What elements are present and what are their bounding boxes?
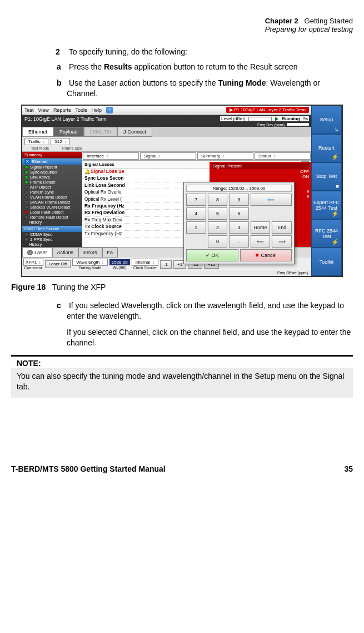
tab-payload[interactable]: Payload [53, 127, 84, 137]
play-icon [275, 117, 278, 121]
substep-b-letter: b [57, 78, 67, 88]
app-screenshot: Test View Reports Tools Help ? ▶ P1 10Gi… [21, 105, 343, 278]
warn-icon: 🔔 [84, 169, 91, 174]
tab-laser[interactable]: Laser [22, 248, 52, 258]
side-rfc[interactable]: RFC 2544 Test⚡ [311, 219, 342, 248]
menu-reports[interactable]: Reports [53, 107, 71, 113]
sel-xfp[interactable]: XFP1 [23, 259, 43, 266]
menu-test[interactable]: Test [24, 107, 34, 113]
key-left[interactable]: ⟸ [251, 235, 271, 248]
alarm-header: Signal Present [212, 163, 309, 169]
menu-tools[interactable]: Tools [75, 107, 87, 113]
key-0[interactable]: 0 [208, 235, 228, 248]
results-tree[interactable]: Summary ✕Ethernet Signal Present Sync Ac… [22, 152, 82, 247]
led-icon [24, 238, 28, 241]
tab-actions[interactable]: Actions [52, 248, 79, 258]
help-icon[interactable]: ? [106, 107, 113, 113]
key-5[interactable]: 5 [208, 207, 228, 220]
key-dot[interactable]: . [229, 235, 249, 248]
key-3[interactable]: 3 [229, 221, 249, 234]
note-box: NOTE: You can also specify the tuning mo… [11, 355, 353, 398]
key-6[interactable]: 6 [229, 207, 249, 220]
running-label: Running [282, 116, 300, 121]
side-toolkit[interactable]: Toolkit [311, 248, 342, 276]
laser-led-icon [27, 250, 33, 255]
menu-help[interactable]: Help [91, 107, 102, 113]
key-cancel[interactable]: ✖ Cancel [240, 249, 292, 261]
tree-item: Link Active [22, 175, 82, 180]
side-setup[interactable]: Setup↳ [311, 106, 342, 134]
main-area: Summary ✕Ethernet Signal Present Sync Ac… [22, 151, 311, 247]
step-number: 2 [56, 47, 67, 56]
key-right[interactable]: ⟹ [272, 235, 292, 248]
tab-fa[interactable]: Fa [102, 248, 118, 258]
tab-jconnect[interactable]: J-Connect [117, 127, 152, 137]
step-2: 2 To specify tuning, do the following: [56, 47, 353, 56]
tab-ethernet[interactable]: Ethernet [22, 127, 53, 137]
tree-item: Pattern Sync [22, 190, 82, 195]
tuning-mode-label: Tuning Mode [72, 266, 107, 270]
check-icon: ✔ [206, 253, 210, 258]
key-4[interactable]: 4 [186, 207, 206, 220]
content-selectors: Interface Signal Summary Status [82, 152, 311, 161]
tab-lbm[interactable]: LBM/LTM [84, 127, 117, 137]
figure-caption: Figure 18 Tuning the XFP [11, 283, 353, 291]
substep-b-text: Use the Laser action buttons to specify … [67, 78, 320, 98]
footer-manual: T-BERD/MTS 5800 Getting Started Manual [11, 464, 166, 473]
step-text: To specify tuning, do the following: [69, 47, 187, 56]
freq-bar [287, 123, 309, 126]
wavelength-field[interactable]: 1528.00 [109, 259, 130, 265]
key-home[interactable]: Home [251, 221, 271, 234]
sel-status[interactable]: Status [255, 152, 311, 160]
tab-errors[interactable]: Errors [78, 248, 102, 258]
substep-a-text: Press the Results application button to … [69, 62, 298, 71]
footer-page: 35 [344, 464, 353, 473]
led-icon [24, 215, 28, 219]
key-8[interactable]: 8 [208, 194, 228, 206]
key-2[interactable]: 2 [208, 221, 228, 234]
sel-interface[interactable]: Interface [83, 152, 139, 160]
close-x-icon[interactable]: ✕ [24, 159, 31, 164]
laser-off-button[interactable]: Laser Off [45, 260, 71, 268]
key-end[interactable]: End [272, 221, 292, 234]
tree-owd-hdr[interactable]: OWD Time Source [22, 226, 82, 232]
tree-item: History [22, 242, 82, 247]
led-icon [24, 205, 28, 209]
key-7[interactable]: 7 [186, 194, 206, 206]
select-testmode[interactable]: Traffic [24, 138, 48, 145]
config-captions: Test Mode Frame Size [22, 146, 311, 151]
chapter-title-text: Getting Started [305, 17, 353, 25]
menu-view[interactable]: View [38, 107, 49, 113]
substep-c-extra: If you selected Channel, click on the ch… [67, 327, 353, 348]
sel-signal[interactable]: Signal [140, 152, 196, 160]
side-expert-rfc[interactable]: Expert RFC 2544 Test⚡ [311, 191, 342, 219]
figure-text: Tuning the XFP [52, 283, 106, 291]
key-1[interactable]: 1 [186, 221, 206, 234]
select-framesize[interactable]: 512 [51, 138, 70, 145]
bolt-icon: ⚡ [331, 210, 339, 217]
led-icon [24, 190, 28, 194]
sel-summary[interactable]: Summary [197, 152, 253, 160]
sel-tuning-mode[interactable]: Wavelength [72, 259, 107, 266]
side-stop[interactable]: Stop Test■ [311, 162, 342, 191]
substep-b: b Use the Laser action buttons to specif… [67, 78, 353, 99]
tree-ethernet-hdr[interactable]: ✕Ethernet [22, 159, 82, 165]
side-actions: Setup↳ Restart⚡ Stop Test■ Expert RFC 25… [311, 106, 342, 276]
level-label: Level (dBm) [221, 116, 245, 121]
tree-item: Signal Present [22, 165, 82, 170]
key-ok[interactable]: ✔ OK [186, 249, 238, 261]
led-icon [24, 170, 28, 174]
tree-item: Sync Acquired [22, 170, 82, 175]
sel-clock-source[interactable]: Internal [132, 259, 158, 266]
led-icon [24, 210, 28, 214]
key-9[interactable]: 9 [229, 194, 249, 206]
side-restart[interactable]: Restart⚡ [311, 134, 342, 162]
key-backspace[interactable]: ⟸ [251, 194, 292, 206]
freq-label: Freq Dev (ppm) [257, 123, 285, 127]
substep-a-letter: a [57, 62, 67, 72]
led-icon [24, 175, 28, 179]
led-icon [24, 233, 28, 236]
tree-summary[interactable]: Summary [22, 152, 82, 158]
bolt-icon: ⚡ [331, 239, 339, 246]
btn-minus-1[interactable]: -1 [160, 260, 172, 269]
